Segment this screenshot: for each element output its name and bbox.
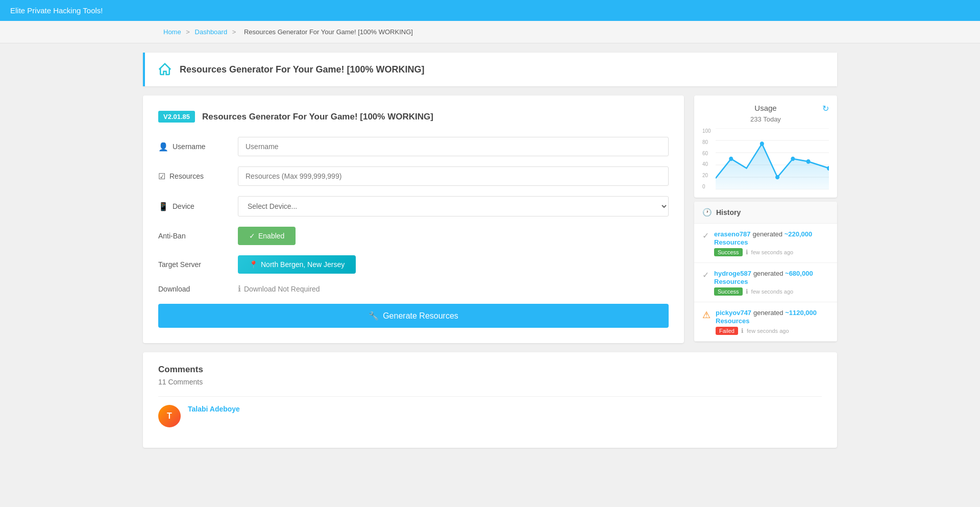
generate-button[interactable]: 🔧 Generate Resources [158,304,669,328]
chart-y-labels: 100 80 60 40 20 0 [702,128,715,189]
comment-item-1: T Talabi Adeboye [158,396,822,436]
comments-section: Comments 11 Comments T Talabi Adeboye [143,352,837,448]
page-title: Resources Generator For Your Game! [100%… [180,64,424,75]
chart-dot-1 [729,157,733,161]
history-card: 🕐 History ✓ eraseno787 generated ~220,00… [694,202,837,342]
target-server-button[interactable]: 📍 North Bergen, New Jersey [238,255,356,274]
card-title: Resources Generator For Your Game! [100%… [202,112,433,122]
usage-count: 233 Today [702,115,829,123]
history-item-2: ✓ hydroge587 generated ~680,000 Resource… [694,263,837,302]
version-badge: V2.01.85 [158,111,195,123]
history-user-1[interactable]: eraseno787 [714,230,751,238]
house-icon [157,62,173,77]
history-resource-3: Resources [716,317,749,325]
wrench-icon: 🔧 [369,311,379,321]
info-icon-2: ℹ [746,288,748,295]
comments-count: 11 Comments [158,378,822,386]
anti-ban-button[interactable]: ✓ Enabled [238,227,296,245]
top-bar: Elite Private Hacking Tools! [0,0,980,21]
main-card: V2.01.85 Resources Generator For Your Ga… [143,95,684,343]
device-icon: 📱 [158,202,168,211]
refresh-icon[interactable]: ↻ [822,104,829,113]
history-user-2[interactable]: hydroge587 [714,270,751,277]
history-line-2: hydroge587 generated ~680,000 Resources [714,269,829,285]
history-action-3: generated [753,309,785,317]
breadcrumb-current: Resources Generator For Your Game! [100%… [244,28,413,36]
resources-label: ☑ Resources [158,172,230,181]
history-line-1: eraseno787 generated ~220,000 Resources [714,230,829,246]
location-icon: 📍 [249,260,258,269]
download-text: Download Not Required [244,285,320,293]
check-icon-1: ✓ [702,231,709,240]
warn-icon-3: ⚠ [702,309,710,321]
resources-input[interactable] [238,166,669,186]
username-input[interactable] [238,137,669,156]
history-item-1: ✓ eraseno787 generated ~220,000 Resource… [694,224,837,263]
username-row: 👤 Username [158,137,669,156]
history-header: 🕐 History [694,202,837,224]
history-text-3: pickyov747 generated ~1120,000 Resources… [716,308,829,335]
history-time-3: few seconds ago [747,328,789,334]
history-text-1: eraseno787 generated ~220,000 Resources … [714,230,829,256]
top-bar-title: Elite Private Hacking Tools! [10,6,103,15]
chart-dot-2 [760,141,764,146]
history-meta-1: Success ℹ few seconds ago [714,248,829,256]
anti-ban-label: Anti-Ban [158,232,230,240]
y-label-40: 40 [702,161,715,167]
content-area: V2.01.85 Resources Generator For Your Ga… [0,95,980,343]
y-label-60: 60 [702,151,715,156]
user-icon: 👤 [158,142,168,152]
history-time-1: few seconds ago [751,249,794,255]
history-user-3[interactable]: pickyov747 [716,309,751,317]
avatar-1: T [158,405,181,427]
history-title: History [716,208,741,216]
breadcrumb-sep2: > [232,28,238,36]
history-action-2: generated [753,270,785,277]
checkbox-icon: ☑ [158,172,165,181]
usage-chart: 100 80 60 40 20 0 [702,128,829,189]
status-badge-2: Success [714,287,743,296]
checkmark-icon: ✓ [249,232,255,240]
status-badge-1: Success [714,248,743,256]
generate-button-label: Generate Resources [383,311,458,321]
clock-icon: 🕐 [702,208,712,217]
history-meta-3: Failed ℹ few seconds ago [716,327,829,335]
history-resource-1: Resources [714,238,748,246]
history-action-1: generated [752,230,784,238]
y-label-100: 100 [702,128,715,134]
breadcrumb-dashboard[interactable]: Dashboard [195,28,228,36]
chart-dot-5 [806,159,811,164]
target-server-label: Target Server [158,260,230,269]
target-server-row: Target Server 📍 North Bergen, New Jersey [158,255,669,274]
card-title-row: V2.01.85 Resources Generator For Your Ga… [158,111,669,123]
history-amount-2: ~680,000 [785,270,813,277]
usage-header: Usage ↻ [702,104,829,113]
device-select[interactable]: Select Device... Android iOS PC Console [238,196,669,216]
chart-dot-4 [791,157,795,161]
history-item-3: ⚠ pickyov747 generated ~1120,000 Resourc… [694,302,837,342]
target-server-button-label: North Bergen, New Jersey [261,260,345,269]
history-meta-2: Success ℹ few seconds ago [714,287,829,296]
device-row: 📱 Device Select Device... Android iOS PC… [158,196,669,216]
info-icon-3: ℹ [741,327,744,334]
chart-svg [716,128,829,189]
comments-title: Comments [158,365,822,375]
chart-svg-area [716,128,829,189]
y-label-80: 80 [702,139,715,145]
status-badge-3: Failed [716,327,738,335]
y-label-0: 0 [702,184,715,189]
history-resource-2: Resources [714,278,748,285]
side-panel: Usage ↻ 233 Today 100 80 60 40 20 0 [694,95,837,342]
breadcrumb: Home > Dashboard > Resources Generator F… [0,21,980,43]
info-icon-1: ℹ [746,249,748,256]
history-line-3: pickyov747 generated ~1120,000 Resources [716,308,829,325]
breadcrumb-home[interactable]: Home [163,28,181,36]
chart-dot-3 [775,175,779,180]
page-header: Resources Generator For Your Game! [100%… [143,53,837,86]
anti-ban-button-label: Enabled [258,232,284,240]
history-time-2: few seconds ago [751,288,794,295]
comment-user-1[interactable]: Talabi Adeboye [188,405,240,413]
y-label-20: 20 [702,173,715,178]
download-info: ℹ Download Not Required [238,284,320,294]
resources-row: ☑ Resources [158,166,669,186]
